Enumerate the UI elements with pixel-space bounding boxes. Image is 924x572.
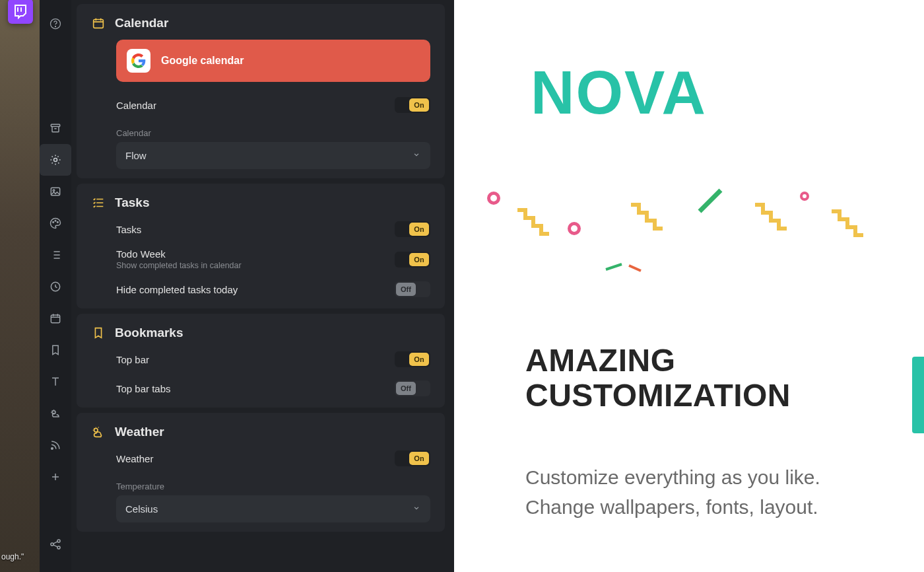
nav-palette[interactable] (40, 207, 71, 239)
select-temperature-unit[interactable]: Celsius (116, 495, 430, 522)
section-title: Weather (115, 425, 164, 439)
section-header-calendar: Calendar (77, 4, 445, 40)
field-label: Temperature (116, 482, 430, 491)
decoration-circle (487, 192, 500, 205)
decoration-circle (568, 222, 581, 235)
svg-rect-2 (51, 124, 59, 126)
svg-point-7 (55, 220, 56, 221)
select-value: Flow (125, 150, 147, 161)
twitch-badge[interactable] (8, 0, 33, 24)
row-sublabel: Show completed tasks in calendar (116, 261, 242, 270)
field-temperature-unit: Temperature Celsius (116, 478, 430, 522)
section-title: Bookmarks (115, 326, 183, 340)
nav-settings[interactable] (40, 144, 71, 176)
section-bookmarks: Bookmarks Top bar On Top bar tabs Off (77, 314, 445, 408)
svg-point-5 (53, 190, 55, 192)
plus-icon (49, 470, 62, 483)
wallpaper-caption: ough." (1, 552, 24, 561)
toggle-state: Off (396, 382, 416, 395)
promo-headline-line1: AMAZING (525, 343, 791, 378)
promo-headline-line2: CUSTOMIZATION (525, 378, 791, 413)
rss-icon (49, 439, 62, 452)
section-header-tasks: Tasks (77, 184, 445, 219)
decoration-line (696, 186, 725, 218)
settings-panel: Calendar Google calendar Calendar On Cal (71, 0, 454, 572)
list-icon (49, 248, 62, 262)
promo-panel: NOVA AMAZING CUSTOMIZATION Customize eve… (454, 0, 924, 572)
row-label: Todo Week (116, 248, 242, 260)
connect-google-calendar-label: Google calendar (161, 55, 244, 67)
calendar-icon (49, 312, 62, 325)
nav-weather[interactable] (40, 398, 71, 429)
nav-image[interactable] (40, 176, 71, 207)
calendar-icon (91, 16, 106, 30)
promo-accent-tab (912, 357, 924, 433)
field-label: Calendar (116, 128, 430, 138)
nav-calendar[interactable] (40, 303, 71, 334)
help-icon (49, 17, 62, 30)
weather-icon (91, 425, 106, 439)
promo-body: Customize everything as you like. Change… (525, 462, 869, 522)
weather-icon (49, 407, 62, 420)
section-title: Calendar (115, 16, 168, 30)
nav-bookmark[interactable] (40, 334, 71, 366)
row-label: Top bar tabs (116, 383, 171, 394)
svg-point-12 (51, 448, 53, 450)
nav-help[interactable] (40, 8, 71, 40)
clock-icon (49, 280, 62, 293)
row-label: Tasks (116, 224, 141, 235)
image-icon (49, 185, 62, 198)
toggle-hide-completed[interactable]: Off (395, 281, 430, 297)
row-label: Hide completed tasks today (116, 284, 238, 295)
bookmark-icon (91, 326, 106, 340)
section-calendar: Calendar Google calendar Calendar On Cal (77, 4, 445, 178)
row-label: Top bar (116, 354, 149, 365)
row-todo-week: Todo Week Show completed tasks in calend… (116, 248, 430, 270)
svg-rect-16 (94, 20, 104, 28)
section-header-bookmarks: Bookmarks (77, 314, 445, 349)
nav-share[interactable] (40, 528, 71, 560)
toggle-top-bar-tabs[interactable]: Off (395, 380, 430, 396)
sidebar-nav (40, 0, 71, 572)
svg-point-8 (57, 222, 59, 223)
promo-headline: AMAZING CUSTOMIZATION (525, 343, 791, 413)
nav-rss[interactable] (40, 429, 71, 461)
decoration-line (626, 263, 644, 271)
decoration-zigzag (516, 207, 562, 240)
toggle-state: On (409, 98, 429, 112)
nav-add[interactable] (40, 461, 71, 493)
decoration-zigzag (754, 202, 800, 235)
select-value: Celsius (125, 503, 158, 515)
toggle-weather[interactable]: On (395, 450, 430, 466)
decoration-circle (800, 192, 809, 201)
row-top-bar: Top bar On (116, 349, 430, 369)
toggle-tasks[interactable]: On (395, 221, 430, 237)
row-tasks-enable: Tasks On (116, 219, 430, 239)
toggle-todo-week[interactable]: On (395, 252, 430, 268)
svg-rect-10 (51, 315, 59, 323)
svg-point-6 (53, 222, 54, 223)
nav-text[interactable] (40, 366, 71, 398)
nav-list[interactable] (40, 239, 71, 271)
row-hide-completed: Hide completed tasks today Off (116, 279, 430, 299)
row-calendar-enable: Calendar On (116, 95, 430, 115)
google-logo-icon (127, 49, 150, 73)
section-header-weather: Weather (77, 413, 445, 448)
gear-icon (49, 153, 62, 166)
nav-archive[interactable] (40, 112, 71, 144)
connect-google-calendar-button[interactable]: Google calendar (116, 40, 430, 82)
decoration-zigzag (630, 202, 676, 235)
toggle-top-bar[interactable]: On (395, 351, 430, 367)
row-label: Calendar (116, 100, 156, 111)
chevron-down-icon (412, 150, 421, 161)
section-weather: Weather Weather On Temperature Celsius (77, 413, 445, 532)
svg-point-17 (94, 429, 98, 433)
row-weather-enable: Weather On (116, 448, 430, 468)
nav-clock[interactable] (40, 271, 71, 303)
row-label: Weather (116, 453, 153, 464)
share-icon (49, 538, 62, 551)
select-calendar-style[interactable]: Flow (116, 142, 430, 169)
toggle-calendar[interactable]: On (395, 97, 430, 113)
toggle-state: On (409, 452, 429, 465)
decoration-zigzag (830, 209, 876, 242)
